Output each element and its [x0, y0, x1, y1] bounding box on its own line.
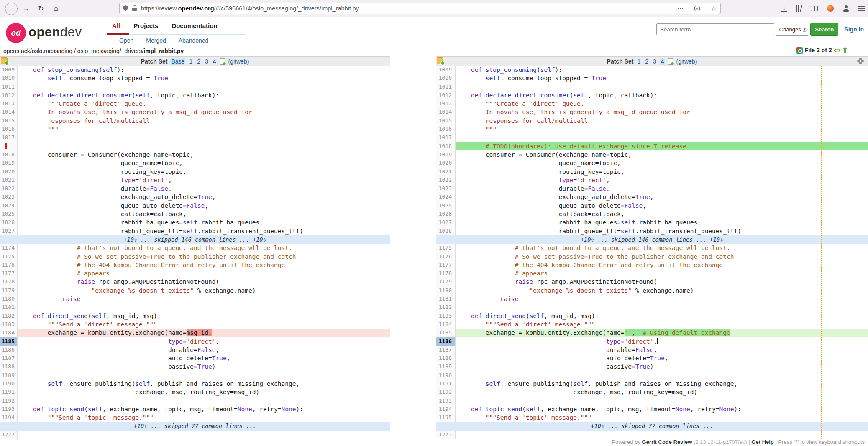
library-icon[interactable] [796, 5, 801, 12]
line-number[interactable]: 1194 [0, 413, 18, 422]
file-comment-icon-right[interactable] [437, 57, 443, 64]
patchset-link-2[interactable]: 2 [644, 58, 649, 65]
back-icon[interactable]: ← [5, 3, 18, 15]
line-number[interactable]: 1023 [0, 193, 18, 201]
line-number[interactable]: 1185 [436, 329, 456, 337]
get-help-link[interactable]: Get Help [751, 439, 773, 445]
line-number[interactable]: 1176 [0, 261, 18, 269]
patchset-link-base[interactable]: Base [170, 58, 185, 65]
line-number[interactable]: 1190 [0, 380, 18, 388]
line-number[interactable]: 1175 [436, 244, 456, 252]
breadcrumb[interactable]: openstack/oslo.messaging / oslo_messagin… [3, 48, 184, 54]
line-number[interactable]: 1187 [0, 354, 18, 362]
line-number[interactable]: 1021 [0, 176, 18, 184]
sidebars-icon[interactable] [811, 6, 818, 11]
bookmark-star-icon[interactable]: ☆ [711, 4, 717, 13]
line-number[interactable]: 1272 [0, 431, 18, 439]
subtab-abandoned[interactable]: Abandoned [179, 37, 209, 44]
line-number[interactable]: 1020 [436, 159, 456, 167]
expand-up-link[interactable]: +10⇧ [134, 422, 148, 430]
line-number[interactable]: 1011 [436, 83, 456, 91]
pocket-icon[interactable]: ∨ [694, 6, 700, 11]
line-number[interactable]: 1011 [0, 83, 18, 91]
search-button[interactable]: Search [810, 23, 838, 36]
line-number[interactable]: 1183 [0, 320, 18, 329]
tracking-protection-shield-icon[interactable] [123, 5, 128, 11]
line-number[interactable]: 1183 [436, 312, 456, 320]
line-number[interactable]: 1025 [436, 201, 456, 210]
sign-in-link[interactable]: Sign In [844, 26, 864, 33]
line-number[interactable]: 1180 [436, 286, 456, 295]
opendev-logo-icon[interactable]: od [6, 23, 26, 43]
expand-up-link[interactable]: +10⇧ [591, 422, 604, 430]
line-number[interactable]: 1013 [0, 99, 18, 108]
diff-view-icon[interactable] [796, 47, 803, 54]
search-input[interactable] [656, 23, 774, 35]
line-number[interactable]: 1175 [0, 252, 18, 261]
line-number[interactable]: 1176 [436, 252, 456, 261]
line-number[interactable]: 1018 [0, 150, 18, 159]
line-number[interactable]: 1192 [436, 388, 456, 396]
line-number[interactable]: 1182 [436, 303, 456, 311]
line-number[interactable]: 1186 [436, 337, 456, 346]
up-to-change-arrow-icon[interactable]: ⇧ [842, 47, 848, 54]
line-number[interactable]: 1014 [436, 108, 456, 116]
url-text[interactable]: https://review.opendev.org/#/c/596661/4/… [141, 5, 666, 12]
line-number[interactable]: 1022 [0, 184, 18, 193]
line-number[interactable]: 1015 [436, 117, 456, 125]
expand-down-link[interactable]: +10⇩ [710, 235, 724, 244]
patchset-link-4[interactable]: 4 [660, 58, 665, 65]
line-number[interactable]: 1192 [0, 397, 18, 405]
line-number[interactable]: 1179 [0, 286, 18, 295]
line-number[interactable]: 1191 [0, 388, 18, 396]
line-number[interactable]: 1174 [0, 244, 18, 252]
line-number[interactable]: 1178 [0, 278, 18, 286]
line-number[interactable]: 1189 [0, 371, 18, 380]
line-number[interactable]: 1025 [0, 210, 18, 218]
search-scope-select[interactable]: Changes▾ [776, 23, 809, 36]
line-number[interactable]: 1185 [0, 337, 18, 346]
account-icon[interactable] [843, 5, 849, 12]
expand-up-link[interactable]: +10⇧ [123, 235, 137, 244]
gerrit-link[interactable]: Gerrit Code Review [642, 439, 692, 445]
line-number[interactable]: 1180 [0, 295, 18, 303]
expand-down-link[interactable]: +10⇩ [253, 235, 266, 244]
line-number[interactable]: 1021 [436, 168, 456, 176]
line-number[interactable]: 1188 [436, 354, 456, 362]
line-number[interactable]: 1189 [436, 362, 456, 371]
line-number[interactable]: 1024 [436, 193, 456, 201]
forward-icon[interactable]: → [20, 3, 32, 14]
line-number[interactable]: 1187 [436, 346, 456, 354]
file-icon[interactable] [668, 58, 673, 65]
downloads-icon[interactable]: ↓ [781, 5, 787, 12]
line-number[interactable]: 1016 [0, 125, 18, 133]
line-number[interactable]: 1178 [436, 269, 456, 278]
line-number[interactable]: 1184 [0, 329, 18, 337]
tab-all[interactable]: All [112, 22, 120, 29]
line-number[interactable]: 1012 [0, 91, 18, 99]
line-number[interactable]: 1177 [0, 269, 18, 278]
line-number[interactable]: 1020 [0, 168, 18, 176]
menu-icon[interactable] [858, 6, 865, 11]
line-number[interactable]: 1181 [436, 295, 456, 303]
file-comment-icon-left[interactable] [1, 57, 8, 64]
line-number[interactable]: 1019 [0, 159, 18, 167]
line-number[interactable]: 1017 [0, 133, 18, 142]
tab-documentation[interactable]: Documentation [172, 22, 217, 29]
patchset-link-4[interactable]: 4 [212, 58, 217, 65]
previous-file-arrow-icon[interactable]: ⇦ [834, 47, 840, 54]
opendev-logo-text[interactable]: opendev [28, 25, 82, 40]
line-number[interactable]: 1193 [436, 397, 456, 405]
gitweb-link-right[interactable]: (gitweb) [676, 58, 697, 65]
extension-icon[interactable] [827, 5, 834, 12]
line-number[interactable]: 1010 [436, 74, 456, 82]
patchset-link-2[interactable]: 2 [196, 58, 201, 65]
reload-icon[interactable]: ↻ [35, 3, 47, 14]
line-number[interactable]: 1027 [0, 227, 18, 235]
line-number[interactable]: 1179 [436, 278, 456, 286]
settings-gear-icon[interactable] [857, 58, 864, 64]
line-number[interactable] [0, 142, 18, 150]
line-number[interactable]: 1022 [436, 176, 456, 184]
url-bar[interactable]: https://review.opendev.org/#/c/596661/4/… [119, 3, 721, 14]
patchset-link-3[interactable]: 3 [652, 58, 657, 65]
